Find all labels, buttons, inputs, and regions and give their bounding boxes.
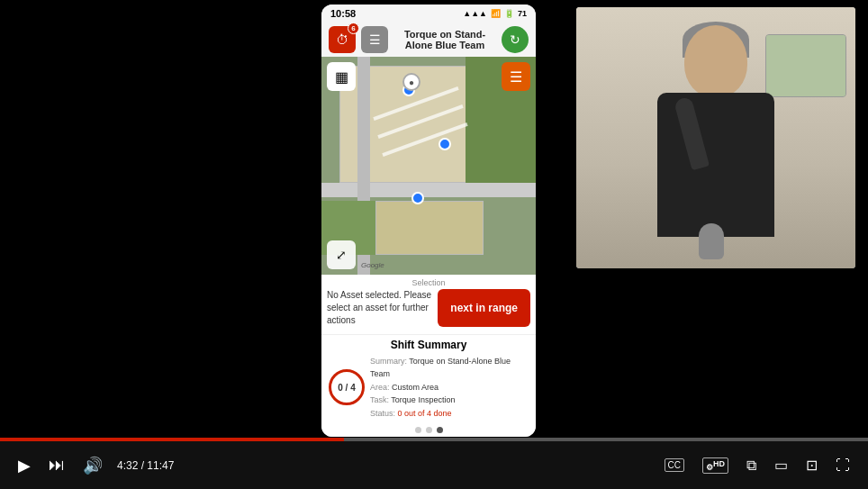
hd-icon: ⚙HD bbox=[702, 457, 728, 474]
pagination-dot-3[interactable] bbox=[437, 427, 443, 433]
cc-button[interactable]: CC bbox=[661, 455, 688, 475]
menu-icon: ☰ bbox=[369, 32, 381, 47]
time-display: 4:32 / 11:47 bbox=[117, 459, 174, 472]
hd-label: HD bbox=[713, 459, 725, 468]
person-head bbox=[684, 25, 747, 97]
area-value: Custom Area bbox=[392, 383, 439, 392]
app-header: ⏱ 6 ☰ Torque on Stand-Alone Blue Team ↻ bbox=[321, 23, 536, 57]
no-asset-text: No Asset selected. Please select an asse… bbox=[327, 289, 438, 327]
skip-button[interactable]: ⏭ bbox=[45, 452, 68, 478]
notification-badge: 6 bbox=[348, 23, 359, 34]
status-row: Status: 0 out of 4 done bbox=[370, 407, 529, 420]
selection-panel: Selection No Asset selected. Please sele… bbox=[321, 275, 536, 334]
theater-icon: ▭ bbox=[774, 457, 788, 474]
miniplayer-icon: ⧉ bbox=[746, 457, 756, 474]
qr-button[interactable]: ▦ bbox=[327, 62, 356, 91]
mute-button[interactable]: 🔊 bbox=[79, 452, 106, 479]
qr-icon: ▦ bbox=[335, 68, 348, 86]
next-in-range-button[interactable]: next in range bbox=[438, 289, 530, 327]
asset-dot-3[interactable] bbox=[411, 192, 424, 204]
video-container: 10:58 ▲▲▲ 📶 🔋 71 ⏱ 6 ☰ Torque on Stand-A… bbox=[0, 0, 868, 441]
webcam-person bbox=[576, 7, 855, 268]
play-icon: ▶ bbox=[18, 456, 31, 475]
miniplayer-button[interactable]: ⧉ bbox=[743, 454, 760, 477]
selection-header: Selection bbox=[321, 278, 536, 289]
phone-screen: 10:58 ▲▲▲ 📶 🔋 71 ⏱ 6 ☰ Torque on Stand-A… bbox=[321, 5, 536, 437]
task-label: Task: bbox=[370, 395, 389, 404]
map-menu-button[interactable]: ☰ bbox=[502, 62, 530, 91]
status-label: Status: bbox=[370, 409, 395, 418]
signal-icon: ▲▲▲ bbox=[463, 9, 487, 18]
skip-icon: ⏭ bbox=[49, 456, 65, 475]
webcam-overlay bbox=[576, 7, 855, 268]
google-logo: Google bbox=[361, 261, 384, 269]
asset-dot-2[interactable] bbox=[439, 138, 451, 150]
task-value: Torque Inspection bbox=[391, 395, 455, 404]
battery-icon: 🔋 bbox=[504, 9, 514, 18]
hamburger-icon: ☰ bbox=[510, 68, 522, 86]
status-bar: 10:58 ▲▲▲ 📶 🔋 71 bbox=[321, 5, 536, 23]
fullscreen-icon: ⛶ bbox=[836, 457, 850, 474]
status-value: 0 out of 4 done bbox=[398, 409, 452, 418]
sync-button[interactable]: ↻ bbox=[502, 26, 529, 53]
sync-icon: ↻ bbox=[510, 32, 520, 47]
pagination-dot-1[interactable] bbox=[415, 427, 421, 433]
shift-summary: Shift Summary 0 / 4 Summary: Torque on S… bbox=[321, 334, 536, 423]
area-label: Area: bbox=[370, 383, 390, 392]
clock-button[interactable]: ⏱ 6 bbox=[329, 26, 356, 53]
clock-icon: ⏱ bbox=[336, 32, 348, 47]
selection-content: No Asset selected. Please select an asse… bbox=[321, 289, 536, 331]
pagination-dot-2[interactable] bbox=[426, 427, 432, 433]
menu-button[interactable]: ☰ bbox=[361, 26, 388, 53]
battery-pct: 71 bbox=[518, 9, 527, 18]
summary-row: Summary: Torque on Stand-Alone Blue Team bbox=[370, 355, 529, 381]
shift-summary-title: Shift Summary bbox=[329, 339, 529, 355]
expand-icon: ⤢ bbox=[336, 248, 347, 262]
controls-bar: ▶ ⏭ 🔊 4:32 / 11:47 CC ⚙HD ⧉ ▭ ⊡ ⛶ bbox=[0, 441, 868, 489]
map-area[interactable]: ● ▦ ☰ ⤢ Google bbox=[321, 57, 536, 275]
theater-button[interactable]: ▭ bbox=[771, 453, 791, 477]
progress-label: 0 / 4 bbox=[338, 383, 355, 393]
shift-summary-body: 0 / 4 Summary: Torque on Stand-Alone Blu… bbox=[329, 355, 529, 420]
fullscreen-button[interactable]: ⛶ bbox=[832, 454, 854, 477]
cast-button[interactable]: ⊡ bbox=[802, 453, 821, 477]
shift-details: Summary: Torque on Stand-Alone Blue Team… bbox=[370, 355, 529, 420]
app-title: Torque on Stand-Alone Blue Team bbox=[393, 29, 496, 50]
status-icons: ▲▲▲ 📶 🔋 71 bbox=[463, 9, 527, 18]
play-button[interactable]: ▶ bbox=[14, 452, 34, 479]
task-row: Task: Torque Inspection bbox=[370, 394, 529, 406]
person-body bbox=[657, 93, 774, 237]
cast-icon: ⊡ bbox=[806, 457, 818, 474]
microphone bbox=[699, 223, 724, 259]
wall-map bbox=[765, 34, 846, 97]
hd-button[interactable]: ⚙HD bbox=[699, 454, 732, 477]
progress-circle: 0 / 4 bbox=[329, 369, 365, 405]
cc-icon: CC bbox=[665, 458, 684, 472]
wifi-icon: 📶 bbox=[491, 9, 501, 18]
pagination-dots bbox=[321, 423, 536, 437]
user-location-marker: ● bbox=[402, 73, 420, 91]
status-time: 10:58 bbox=[330, 8, 356, 19]
volume-icon: 🔊 bbox=[83, 456, 103, 475]
summary-label: Summary: bbox=[370, 357, 407, 366]
expand-button[interactable]: ⤢ bbox=[327, 240, 356, 269]
area-row: Area: Custom Area bbox=[370, 381, 529, 394]
